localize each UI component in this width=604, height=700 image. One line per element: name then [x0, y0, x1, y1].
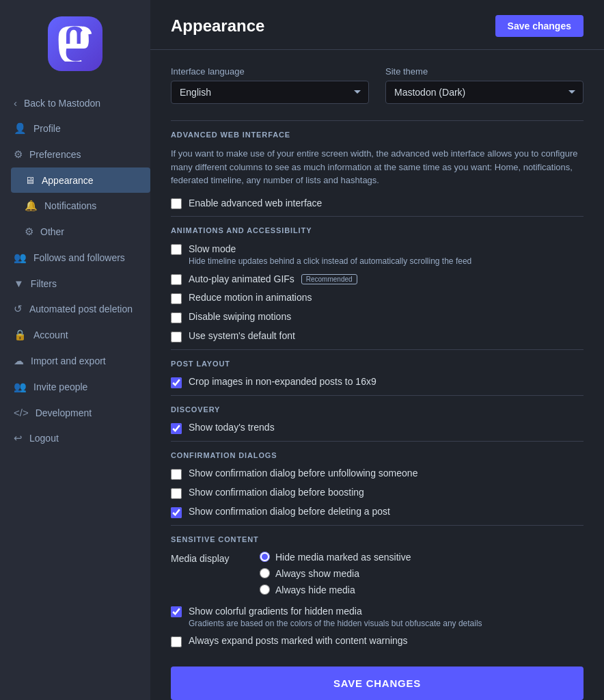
hide-sensitive-radio[interactable] — [260, 552, 270, 562]
nav-link-notifications[interactable]: 🔔 Notifications — [11, 193, 150, 219]
enable-advanced-checkbox[interactable] — [171, 198, 182, 209]
confirm-boost-checkbox[interactable] — [171, 488, 182, 499]
language-group: Interface language English Deutsch Españ… — [171, 66, 369, 104]
nav-item-auto-delete[interactable]: ↺ Automated post deletion — [0, 296, 150, 322]
nav-label-follows: Follows and followers — [33, 252, 125, 263]
back-icon: ‹ — [14, 97, 17, 109]
autoplay-gifs-label[interactable]: Auto-play animated GIFs Recommended — [189, 273, 357, 284]
nav-item-development[interactable]: </> Development — [0, 400, 150, 425]
nav-link-auto-delete[interactable]: ↺ Automated post deletion — [0, 296, 150, 322]
logo — [48, 16, 102, 71]
always-hide-radio[interactable] — [260, 584, 270, 595]
nav-link-development[interactable]: </> Development — [0, 400, 150, 425]
checkbox-reduce-motion: Reduce motion in animations — [171, 292, 584, 304]
system-font-label[interactable]: Use system's default font — [189, 330, 295, 341]
colorful-gradients-checkbox[interactable] — [171, 606, 182, 617]
nav-item-import-export[interactable]: ☁ Import and export — [0, 348, 150, 374]
nav-item-profile[interactable]: 👤 Profile — [0, 116, 150, 142]
section-advanced-header: Advanced Web Interface — [171, 120, 584, 147]
slow-mode-sublabel: Hide timeline updates behind a click ins… — [189, 256, 471, 266]
nav-item-invite[interactable]: 👥 Invite people — [0, 374, 150, 400]
nav-item-preferences[interactable]: ⚙ Preferences — [0, 142, 150, 167]
section-animations-header: Animations and Accessibility — [171, 216, 584, 243]
always-show-label[interactable]: Always show media — [275, 568, 359, 579]
confirm-unfollow-checkbox[interactable] — [171, 469, 182, 480]
preferences-icon: ⚙ — [14, 148, 23, 161]
recommended-badge: Recommended — [301, 274, 357, 284]
checkbox-expand-cw: Always expand posts marked with content … — [171, 635, 584, 647]
nav-item-appearance[interactable]: 🖥 Appearance — [0, 167, 150, 193]
nav-link-other[interactable]: ⚙ Other — [11, 219, 150, 245]
system-font-checkbox[interactable] — [171, 332, 182, 342]
crop-images-label[interactable]: Crop images in non-expanded posts to 16x… — [189, 376, 376, 387]
checkbox-confirm-delete: Show confirmation dialog before deleting… — [171, 506, 584, 518]
show-trends-checkbox[interactable] — [171, 423, 182, 434]
nav-item-logout[interactable]: ↩ Logout — [0, 425, 150, 451]
radio-always-show: Always show media — [260, 568, 411, 579]
theme-select[interactable]: Mastodon (Dark) Mastodon (Light) Mastodo… — [385, 81, 584, 104]
section-discovery-header: Discovery — [171, 395, 584, 422]
language-select[interactable]: English Deutsch Español Français — [171, 81, 369, 104]
media-display-section: Media display Hide media marked as sensi… — [171, 552, 584, 595]
save-changes-bottom-button[interactable]: SAVE CHANGES — [171, 667, 584, 700]
nav-label-auto-delete: Automated post deletion — [29, 304, 133, 314]
autoplay-gifs-checkbox[interactable] — [171, 274, 182, 285]
nav-link-logout[interactable]: ↩ Logout — [0, 425, 150, 451]
nav-link-account[interactable]: 🔒 Account — [0, 322, 150, 348]
nav-link-profile[interactable]: 👤 Profile — [0, 116, 150, 142]
nav-item-back[interactable]: ‹ Back to Mastodon — [0, 90, 150, 116]
nav-item-follows[interactable]: 👥 Follows and followers — [0, 245, 150, 271]
nav-link-appearance[interactable]: 🖥 Appearance — [11, 167, 150, 193]
invite-icon: 👥 — [14, 381, 27, 393]
enable-advanced-label[interactable]: Enable advanced web interface — [189, 198, 322, 208]
development-icon: </> — [14, 407, 29, 418]
theme-label: Site theme — [385, 66, 584, 77]
reduce-motion-checkbox[interactable] — [171, 293, 182, 304]
logout-icon: ↩ — [14, 432, 23, 444]
theme-group: Site theme Mastodon (Dark) Mastodon (Lig… — [385, 66, 584, 104]
nav-item-other[interactable]: ⚙ Other — [0, 219, 150, 245]
main-header: Appearance Save changes — [150, 0, 604, 50]
nav-link-preferences[interactable]: ⚙ Preferences — [0, 142, 150, 167]
nav-label-profile: Profile — [33, 123, 61, 134]
checkbox-colorful-gradients: Show colorful gradients for hidden media… — [171, 605, 584, 628]
checkbox-enable-advanced: Enable advanced web interface — [171, 197, 584, 209]
nav-link-follows[interactable]: 👥 Follows and followers — [0, 245, 150, 271]
section-post-layout-header: Post Layout — [171, 349, 584, 376]
nav-label-import-export: Import and export — [31, 355, 106, 366]
appearance-icon: 🖥 — [25, 174, 35, 186]
nav-link-invite[interactable]: 👥 Invite people — [0, 374, 150, 400]
follows-icon: 👥 — [14, 252, 27, 264]
disable-swiping-label[interactable]: Disable swiping motions — [189, 311, 291, 322]
disable-swiping-checkbox[interactable] — [171, 312, 182, 323]
nav-link-filters[interactable]: ▼ Filters — [0, 271, 150, 296]
profile-icon: 👤 — [14, 122, 27, 135]
confirm-delete-checkbox[interactable] — [171, 507, 182, 518]
confirm-unfollow-label[interactable]: Show confirmation dialog before unfollow… — [189, 468, 417, 479]
checkbox-slow-mode: Slow mode Hide timeline updates behind a… — [171, 243, 584, 266]
mastodon-logo — [48, 16, 102, 71]
checkbox-confirm-unfollow: Show confirmation dialog before unfollow… — [171, 468, 584, 480]
expand-cw-label[interactable]: Always expand posts marked with content … — [189, 635, 408, 646]
slow-mode-checkbox[interactable] — [171, 244, 182, 255]
hide-sensitive-label[interactable]: Hide media marked as sensitive — [275, 552, 411, 563]
crop-images-checkbox[interactable] — [171, 377, 182, 388]
confirm-boost-label[interactable]: Show confirmation dialog before boosting — [189, 487, 364, 498]
section-confirmation-header: Confirmation Dialogs — [171, 441, 584, 468]
nav-item-filters[interactable]: ▼ Filters — [0, 271, 150, 296]
expand-cw-checkbox[interactable] — [171, 636, 182, 647]
nav-label-back: Back to Mastodon — [24, 98, 100, 109]
confirm-delete-label[interactable]: Show confirmation dialog before deleting… — [189, 506, 390, 517]
save-changes-top-button[interactable]: Save changes — [495, 15, 584, 37]
nav-item-notifications[interactable]: 🔔 Notifications — [0, 193, 150, 219]
always-hide-label[interactable]: Always hide media — [275, 584, 355, 595]
nav-link-back[interactable]: ‹ Back to Mastodon — [0, 90, 150, 116]
nav-link-import-export[interactable]: ☁ Import and export — [0, 348, 150, 374]
reduce-motion-label[interactable]: Reduce motion in animations — [189, 292, 312, 303]
slow-mode-label[interactable]: Slow mode — [189, 243, 236, 254]
show-trends-label[interactable]: Show today's trends — [189, 422, 275, 433]
always-show-radio[interactable] — [260, 568, 270, 578]
colorful-gradients-label[interactable]: Show colorful gradients for hidden media — [189, 606, 362, 617]
checkbox-system-font: Use system's default font — [171, 330, 584, 342]
nav-item-account[interactable]: 🔒 Account — [0, 322, 150, 348]
